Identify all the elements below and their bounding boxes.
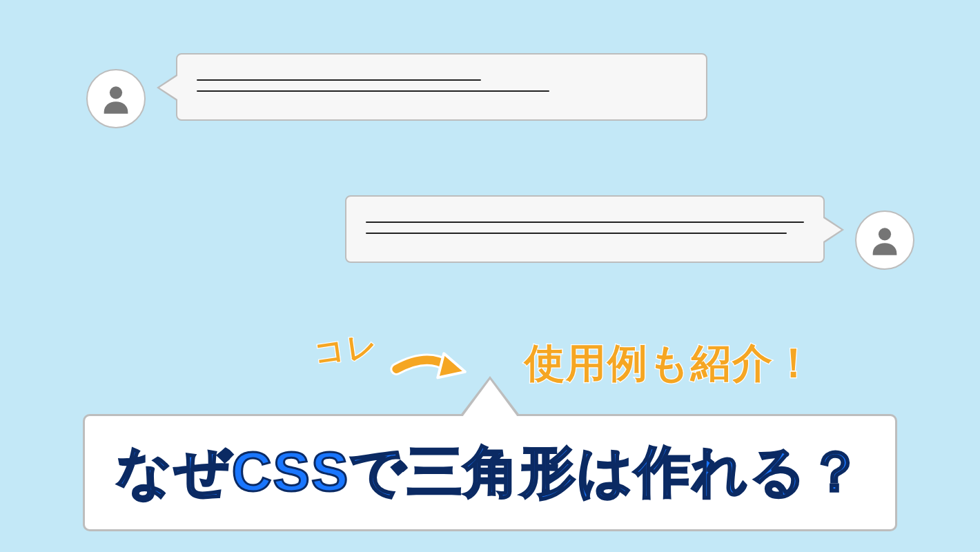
person-icon [98,81,134,117]
annotation-pointer-label: コレ [311,325,381,375]
placeholder-line [197,79,481,81]
hero-speech-bubble: なぜCSSで三角形は作れる？ [83,414,897,531]
hero-title: なぜCSSで三角形は作れる？ [116,435,865,510]
avatar-right [855,210,914,270]
speech-bubble-left [176,53,707,121]
annotation-subtitle: 使用例も紹介！ [525,337,815,391]
person-icon [867,222,903,258]
placeholder-line [366,221,804,223]
svg-point-0 [110,86,122,99]
placeholder-line [197,90,549,92]
svg-point-1 [879,228,891,240]
placeholder-line [366,233,787,234]
avatar-left [86,69,146,128]
speech-bubble-right [345,195,825,263]
